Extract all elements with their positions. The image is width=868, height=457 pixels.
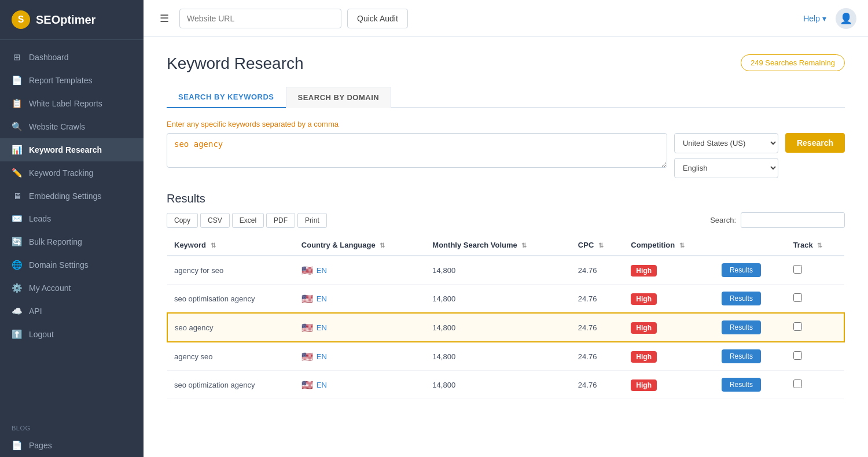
- excel-button[interactable]: Excel: [232, 213, 264, 228]
- table-row: seo optimisation agency 🇺🇸 EN 14,800 24.…: [167, 285, 844, 314]
- sort-icon: ⇅: [521, 242, 527, 249]
- topbar: ☰ Quick Audit Help ▾ 👤: [144, 0, 868, 37]
- competition-badge: High: [631, 379, 657, 391]
- sidebar-nav: ⊞Dashboard📄Report Templates📋White Label …: [0, 40, 144, 418]
- logo-text: SEOptimer: [36, 13, 95, 27]
- menu-toggle-button[interactable]: ☰: [155, 10, 174, 27]
- sidebar-item-keyword-tracking[interactable]: ✏️Keyword Tracking: [0, 161, 144, 185]
- table-search: Search:: [710, 212, 845, 228]
- sidebar-item-label: Pages: [29, 441, 52, 450]
- track-checkbox[interactable]: [793, 379, 802, 388]
- sidebar-item-logout[interactable]: ⬆️Logout: [0, 323, 144, 346]
- sidebar-item-label: Keyword Research: [29, 145, 102, 154]
- volume-cell: 14,800: [425, 371, 571, 399]
- sort-icon: ⇅: [211, 242, 216, 249]
- sidebar-item-api[interactable]: ☁️API: [0, 300, 144, 323]
- table-row: seo optimization agency 🇺🇸 EN 14,800 24.…: [167, 371, 844, 399]
- competition-cell: High: [624, 313, 715, 342]
- sidebar-item-website-crawls[interactable]: 🔍Website Crawls: [0, 115, 144, 138]
- sidebar-item-embedding-settings[interactable]: 🖥Embedding Settings: [0, 185, 144, 207]
- searches-remaining-badge: 249 Searches Remaining: [741, 54, 845, 71]
- sort-icon: ⇅: [598, 242, 604, 249]
- lang-code: EN: [317, 294, 327, 303]
- col-monthly-search-volume: Monthly Search Volume ⇅: [425, 235, 571, 256]
- embedding-settings-icon: 🖥: [12, 191, 22, 201]
- track-checkbox[interactable]: [793, 293, 802, 302]
- url-input[interactable]: [179, 9, 341, 28]
- keyword-cell: seo optimisation agency: [167, 285, 295, 314]
- tab-bar: SEARCH BY KEYWORDS SEARCH BY DOMAIN: [167, 87, 845, 108]
- view-results-button[interactable]: Results: [722, 263, 761, 277]
- tab-search-domain[interactable]: SEARCH BY DOMAIN: [286, 87, 392, 108]
- content-header: Keyword Research 249 Searches Remaining: [167, 54, 845, 73]
- view-results-button[interactable]: Results: [722, 292, 761, 305]
- sidebar-item-keyword-research[interactable]: 📊Keyword Research: [0, 138, 144, 161]
- sidebar-item-label: Domain Settings: [29, 260, 89, 270]
- user-avatar[interactable]: 👤: [836, 8, 856, 29]
- sidebar-item-label: Report Templates: [29, 76, 92, 85]
- sidebar-item-white-label-reports[interactable]: 📋White Label Reports: [0, 92, 144, 115]
- sidebar-item-label: API: [29, 307, 42, 316]
- tab-search-keywords[interactable]: SEARCH BY KEYWORDS: [167, 87, 286, 108]
- table-toolbar: CopyCSVExcelPDFPrint Search:: [167, 212, 845, 228]
- table-search-input[interactable]: [741, 212, 845, 228]
- view-results-button[interactable]: Results: [722, 349, 761, 363]
- sidebar-item-my-account[interactable]: ⚙️My Account: [0, 277, 144, 300]
- track-cell: [786, 371, 844, 399]
- flag-icon: 🇺🇸: [301, 379, 313, 390]
- sidebar-item-bulk-reporting[interactable]: 🔄Bulk Reporting: [0, 230, 144, 253]
- keyword-cell: seo agency: [167, 313, 295, 342]
- sidebar-item-domain-settings[interactable]: 🌐Domain Settings: [0, 253, 144, 277]
- results-cell: Results: [715, 256, 786, 285]
- competition-cell: High: [624, 285, 715, 314]
- competition-badge: High: [631, 293, 657, 305]
- sidebar: S SEOptimer ⊞Dashboard📄Report Templates📋…: [0, 0, 144, 457]
- sidebar-item-leads[interactable]: ✉️Leads: [0, 207, 144, 230]
- quick-audit-button[interactable]: Quick Audit: [347, 9, 408, 28]
- flag-icon: 🇺🇸: [301, 322, 313, 333]
- keyword-input[interactable]: [167, 133, 667, 168]
- track-checkbox[interactable]: [793, 351, 802, 360]
- lang-code: EN: [317, 381, 327, 389]
- sidebar-item-label: Keyword Tracking: [29, 168, 93, 178]
- track-checkbox[interactable]: [793, 322, 802, 331]
- sidebar-item-dashboard[interactable]: ⊞Dashboard: [0, 46, 144, 69]
- sidebar-item-label: Logout: [29, 330, 54, 339]
- research-button[interactable]: Research: [785, 133, 845, 153]
- search-row: United States (US)United Kingdom (UK)Aus…: [167, 133, 845, 178]
- help-button[interactable]: Help ▾: [803, 14, 826, 23]
- keyword-tracking-icon: ✏️: [12, 168, 22, 178]
- view-results-button[interactable]: Results: [722, 378, 761, 392]
- table-action-buttons: CopyCSVExcelPDFPrint: [167, 213, 327, 228]
- country-select[interactable]: United States (US)United Kingdom (UK)Aus…: [674, 133, 778, 153]
- track-checkbox[interactable]: [793, 265, 802, 274]
- cpc-cell: 24.76: [571, 285, 624, 314]
- keyword-research-icon: 📊: [12, 145, 22, 155]
- print-button[interactable]: Print: [297, 213, 327, 228]
- sidebar-item-pages[interactable]: 📄Pages: [0, 434, 144, 457]
- language-select[interactable]: EnglishFrenchSpanishGerman: [674, 158, 778, 178]
- volume-cell: 14,800: [425, 342, 571, 371]
- sidebar-item-label: Website Crawls: [29, 122, 85, 131]
- sidebar-item-label: White Label Reports: [29, 99, 102, 108]
- keyword-cell: seo optimization agency: [167, 371, 295, 399]
- dashboard-icon: ⊞: [12, 52, 22, 62]
- country-lang-cell: 🇺🇸 EN: [295, 342, 426, 371]
- cpc-cell: 24.76: [571, 313, 624, 342]
- col-keyword: Keyword ⇅: [167, 235, 295, 256]
- results-cell: Results: [715, 371, 786, 399]
- sidebar-item-report-templates[interactable]: 📄Report Templates: [0, 69, 144, 92]
- copy-button[interactable]: Copy: [167, 213, 198, 228]
- keyword-cell: agency seo: [167, 342, 295, 371]
- table-row: agency seo 🇺🇸 EN 14,800 24.76 High Resul…: [167, 342, 844, 371]
- website-crawls-icon: 🔍: [12, 121, 22, 132]
- flag-icon: 🇺🇸: [301, 265, 313, 276]
- csv-button[interactable]: CSV: [200, 213, 230, 228]
- col-track: Track ⇅: [786, 235, 844, 256]
- sort-icon: ⇅: [380, 242, 385, 249]
- view-results-button[interactable]: Results: [722, 320, 761, 334]
- competition-badge: High: [631, 322, 657, 334]
- report-templates-icon: 📄: [12, 75, 22, 86]
- pdf-button[interactable]: PDF: [266, 213, 295, 228]
- blog-section-label: Blog: [0, 418, 144, 434]
